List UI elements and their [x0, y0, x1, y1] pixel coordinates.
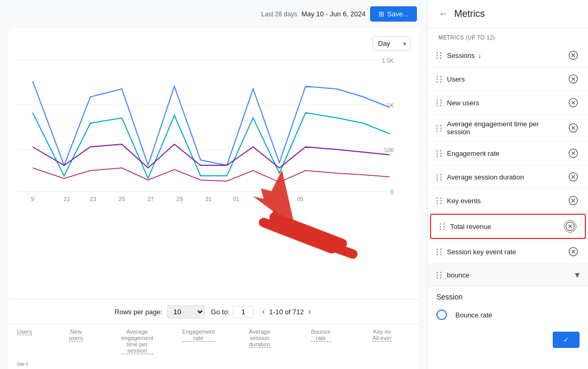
bounce-rate-checkbox[interactable]: [436, 310, 447, 320]
sort-icon-sessions: ↓: [478, 51, 482, 59]
drag-handle-users[interactable]: [436, 76, 443, 83]
metric-item-users: Users: [428, 67, 588, 91]
back-button[interactable]: ←: [438, 8, 448, 19]
prev-page-button[interactable]: ‹: [260, 305, 267, 318]
metric-item-engagement-rate: Engagement rate: [428, 142, 588, 165]
remove-key-events-button[interactable]: [567, 194, 580, 207]
rows-select-wrapper[interactable]: 10 25 50 100: [167, 305, 205, 318]
svg-text:03: 03: [266, 196, 272, 202]
svg-text:29: 29: [176, 196, 183, 202]
remove-users-button[interactable]: [567, 73, 580, 85]
drag-handle-avg-engagement[interactable]: [436, 125, 443, 132]
metrics-panel: ← Metrics METRICS (UP TO 12) Sessions ↓: [427, 0, 588, 369]
drag-handle-total-revenue[interactable]: [440, 223, 446, 230]
page-navigation: ‹ 1-10 of 712 ›: [260, 305, 313, 318]
chart-area: Last 28 days May 10 - Jun 6, 2024 ⊞ Save…: [0, 0, 427, 369]
drag-handle-new-users[interactable]: [436, 99, 443, 106]
chart-svg: 1.5K 1K 500 0: [17, 55, 411, 291]
metric-item-new-users: New users: [428, 91, 588, 115]
confirm-icon: ✓: [563, 336, 569, 344]
date-range-value: May 10 - Jun 6, 2024: [301, 10, 365, 18]
svg-text:1K: 1K: [387, 102, 394, 108]
rows-per-page-select[interactable]: 10 25 50 100: [167, 305, 205, 318]
metric-label-total-revenue: Total revenue: [450, 223, 560, 231]
drag-handle-session-key[interactable]: [436, 248, 443, 255]
remove-session-key-button[interactable]: [567, 245, 580, 258]
metric-item-total-revenue: Total revenue: [430, 214, 586, 239]
svg-text:27: 27: [147, 196, 154, 202]
metric-label-avg-session: Average session duration: [447, 173, 563, 181]
bounce-rate-label: Bounce rate: [455, 311, 580, 319]
svg-text:23: 23: [90, 196, 96, 202]
goto-label: Go to:: [211, 308, 230, 316]
next-page-button[interactable]: ›: [306, 305, 313, 318]
svg-line-20: [274, 217, 343, 244]
metric-label-session-key: Session key event rate: [447, 248, 563, 256]
metrics-panel-header: ← Metrics: [428, 0, 588, 28]
metrics-list: Sessions ↓ Users: [428, 44, 588, 369]
metric-label-key-events: Key events: [447, 197, 563, 205]
save-icon: ⊞: [378, 10, 384, 18]
date-range-label: Last 28 days: [261, 11, 297, 18]
chart-container: Day Week Month 1.5K 1K 500 0: [8, 28, 419, 299]
svg-marker-21: [266, 210, 285, 225]
metric-item-avg-engagement: Average engagement time per session: [428, 115, 588, 142]
th-bounce-rate: Bouncerate: [292, 328, 349, 354]
svg-text:31: 31: [205, 196, 212, 202]
remove-new-users-button[interactable]: [567, 96, 580, 109]
page-range: 1-10 of 712: [269, 308, 304, 316]
confirm-button[interactable]: ✓: [553, 332, 580, 348]
th-new-users: Newusers: [47, 328, 104, 354]
drag-handle-engagement-rate[interactable]: [436, 150, 443, 157]
rows-per-page-section: Rows per page: 10 25 50 100: [115, 305, 205, 318]
goto-section: Go to:: [211, 306, 254, 318]
svg-text:25: 25: [118, 196, 125, 202]
table-header: Users Newusers Averageengagementtime per…: [8, 324, 419, 358]
svg-text:21: 21: [64, 196, 70, 202]
drag-handle-key-events[interactable]: [436, 197, 443, 204]
metric-item-bounce-rate: Bounce rate: [428, 304, 588, 325]
svg-text:05: 05: [297, 196, 303, 202]
metric-item-sessions: Sessions ↓: [428, 44, 588, 67]
th-key-events: Key evAll ever: [354, 328, 411, 354]
goto-input[interactable]: [233, 306, 254, 318]
metric-label-sessions: Sessions ↓: [447, 51, 563, 59]
metric-item-key-events: Key events: [428, 189, 588, 213]
metric-label-engagement-rate: Engagement rate: [447, 149, 563, 157]
drag-handle-bounce[interactable]: [436, 272, 443, 278]
svg-line-23: [280, 228, 353, 254]
metric-item-avg-session: Average session duration: [428, 165, 588, 189]
remove-total-revenue-button[interactable]: [564, 220, 576, 233]
bounce-dropdown[interactable]: bounce ▾: [428, 264, 588, 286]
svg-text:01: 01: [233, 196, 240, 202]
bounce-label: bounce: [447, 271, 571, 279]
confirm-section: ✓: [428, 325, 588, 354]
metric-label-new-users: New users: [447, 99, 563, 107]
svg-text:1.5K: 1.5K: [382, 57, 394, 64]
drag-handle-avg-session[interactable]: [436, 174, 443, 181]
granularity-select[interactable]: Day Week Month: [372, 36, 411, 51]
pagination-bar: Rows per page: 10 25 50 100 Go to: ‹ 1-1…: [8, 299, 419, 324]
chart-controls: Day Week Month: [17, 36, 411, 51]
th-avg-engagement: Averageengagementtime persession: [108, 328, 165, 354]
session-section-label: Session: [428, 286, 588, 304]
metric-label-users: Users: [447, 75, 563, 83]
bottom-label: ow-t: [8, 358, 419, 369]
rows-per-page-label: Rows per page:: [115, 308, 163, 316]
save-button[interactable]: ⊞ Save...: [370, 6, 417, 22]
drag-handle-sessions[interactable]: [436, 52, 443, 59]
chart-header: Last 28 days May 10 - Jun 6, 2024 ⊞ Save…: [0, 0, 427, 28]
metric-item-session-key-event-rate: Session key event rate: [428, 240, 588, 264]
svg-text:500: 500: [384, 147, 394, 153]
bounce-dropdown-arrow: ▾: [575, 269, 580, 281]
svg-text:9: 9: [31, 196, 34, 202]
back-icon: ←: [438, 8, 448, 19]
remove-sessions-button[interactable]: [567, 49, 580, 62]
granularity-select-wrapper[interactable]: Day Week Month: [372, 36, 411, 51]
remove-avg-engagement-button[interactable]: [567, 122, 580, 134]
remove-engagement-rate-button[interactable]: [567, 147, 580, 159]
remove-avg-session-button[interactable]: [567, 171, 580, 183]
svg-line-22: [264, 223, 332, 249]
svg-text:0: 0: [391, 189, 394, 195]
metric-label-avg-engagement: Average engagement time per session: [447, 120, 563, 136]
